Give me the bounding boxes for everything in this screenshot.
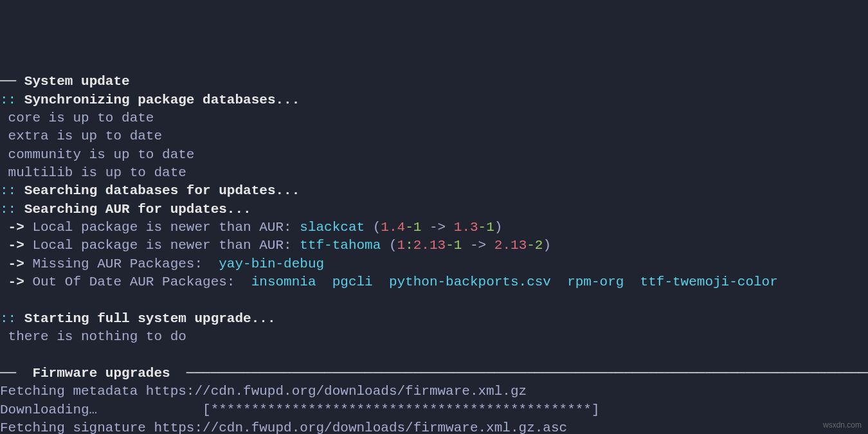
fetch-metadata: Fetching metadata https://cdn.fwupd.org/… bbox=[0, 384, 527, 399]
search-aur-prefix: :: bbox=[0, 202, 16, 217]
pkg-slackcat: slackcat bbox=[300, 220, 365, 235]
pkg-ttf-tahoma: ttf-tahoma bbox=[300, 238, 381, 253]
firmware-divider: ── Firmware upgrades ───────────────────… bbox=[0, 366, 868, 381]
local-newer-2-label: Local package is newer than AUR: bbox=[24, 238, 300, 253]
search-db-prefix: :: bbox=[0, 183, 16, 198]
upgrade-prefix: :: bbox=[0, 311, 16, 326]
search-aur: Searching AUR for updates... bbox=[16, 202, 251, 217]
watermark: wsxdn.com bbox=[823, 420, 862, 430]
outofdate-label: Out Of Date AUR Packages: bbox=[24, 275, 251, 289]
repo-multilib: multilib is up to date bbox=[0, 165, 186, 180]
repo-community: community is up to date bbox=[0, 147, 194, 162]
upgrade-start: Starting full system upgrade... bbox=[16, 311, 275, 326]
local-newer-1-label: Local package is newer than AUR: bbox=[24, 220, 300, 235]
arrow: -> bbox=[0, 275, 24, 289]
terminal-output: ── System update :: Synchronizing packag… bbox=[0, 73, 868, 434]
divider-dash: ── bbox=[0, 74, 24, 89]
search-db: Searching databases for updates... bbox=[16, 183, 300, 198]
upgrade-nothing: there is nothing to do bbox=[0, 329, 186, 344]
outofdate-pkgs: insomnia pgcli python-backports.csv rpm-… bbox=[251, 275, 778, 289]
arrow: -> bbox=[0, 257, 24, 271]
downloading-progress: Downloading… [**************************… bbox=[0, 402, 600, 417]
system-update-header: System update bbox=[24, 74, 130, 89]
missing-label: Missing AUR Packages: bbox=[24, 257, 219, 271]
arrow: -> bbox=[0, 220, 24, 235]
fetch-signature: Fetching signature https://cdn.fwupd.org… bbox=[0, 420, 567, 434]
pkg-yay-bin-debug: yay-bin-debug bbox=[219, 257, 324, 271]
repo-core: core is up to date bbox=[0, 111, 154, 125]
firmware-title: Firmware upgrades bbox=[24, 366, 178, 381]
arrow: -> bbox=[0, 238, 24, 253]
sync-prefix: :: bbox=[0, 93, 16, 107]
sync-msg: Synchronizing package databases... bbox=[16, 93, 300, 107]
repo-extra: extra is up to date bbox=[0, 129, 162, 143]
